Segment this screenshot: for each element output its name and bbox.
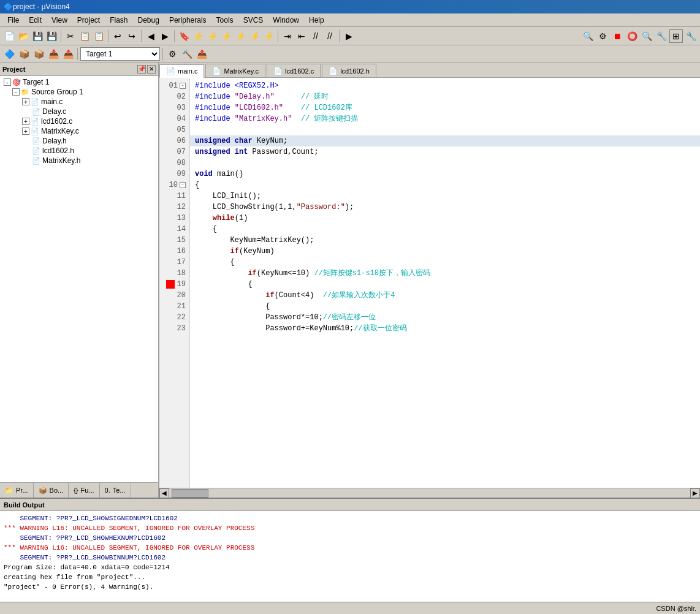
menu-tools[interactable]: Tools xyxy=(211,15,238,26)
toggle-mainc[interactable]: + xyxy=(22,98,29,105)
tmpl-tab-label: Te... xyxy=(113,487,126,494)
btn-t4[interactable]: 📥 xyxy=(47,47,60,61)
menu-project[interactable]: Project xyxy=(72,15,105,26)
h-scroll-thumb[interactable] xyxy=(172,489,208,498)
btn-t5[interactable]: 📤 xyxy=(61,47,75,61)
proj-tab-project[interactable]: 📁 Pr... xyxy=(0,483,34,498)
panel-pin-btn[interactable]: 📌 xyxy=(137,65,146,74)
indent-btn[interactable]: ⇥ xyxy=(281,29,294,43)
build-line-4: *** WARNING L16: UNCALLED SEGMENT, IGNOR… xyxy=(4,543,696,553)
toggle-group1[interactable]: - xyxy=(12,88,20,96)
target-select[interactable]: Target 1 xyxy=(80,47,160,61)
redo-btn[interactable]: ↪ xyxy=(125,29,139,43)
tree-target1[interactable]: - 🎯 Target 1 xyxy=(0,77,158,87)
tab-mainc-icon: 📄 xyxy=(166,67,175,75)
proj-tab-functions[interactable]: {} Fu... xyxy=(69,483,99,498)
layout-btn[interactable]: ⊞ xyxy=(669,29,683,43)
proj-tab-books[interactable]: 📦 Bo... xyxy=(34,483,69,498)
tree-matrixkeyh[interactable]: 📄 MatrixKey.h xyxy=(0,156,158,165)
fold-icon-10[interactable]: - xyxy=(180,182,186,188)
h-scrollbar[interactable]: ◀ ▶ xyxy=(159,488,700,498)
tree-source-group1[interactable]: - 📁 Source Group 1 xyxy=(0,87,158,97)
tab-lcd1602c[interactable]: 📄 lcd1602.c xyxy=(267,64,321,77)
comment-btn[interactable]: // xyxy=(309,29,322,43)
source-group1-label: Source Group 1 xyxy=(31,88,83,96)
toggle-matrixkey[interactable]: + xyxy=(22,127,29,135)
btn-t1[interactable]: 🔷 xyxy=(2,47,16,61)
c-file-icon-main: 📄 xyxy=(31,97,39,106)
toggle-target1[interactable]: - xyxy=(4,78,11,86)
panel-close-btn[interactable]: ✕ xyxy=(147,65,156,74)
uncomment-btn[interactable]: // xyxy=(323,29,337,43)
btn-a[interactable]: ⚡ xyxy=(191,29,205,43)
paste-btn[interactable]: 📋 xyxy=(92,29,105,43)
menu-window[interactable]: Window xyxy=(268,15,304,26)
btn-t2[interactable]: 📦 xyxy=(17,47,31,61)
menu-peripherals[interactable]: Peripherals xyxy=(164,15,211,26)
find-btn[interactable]: 🔍 xyxy=(581,29,595,43)
tree-lcd1602c[interactable]: + 📄 lcd1602.c xyxy=(0,116,158,126)
tree-lcd1602h[interactable]: 📄 lcd1602.h xyxy=(0,146,158,156)
outdent-btn[interactable]: ⇤ xyxy=(295,29,308,43)
save-btn[interactable]: 💾 xyxy=(31,29,44,43)
code-line-23: Password+=KeyNum%10;//获取一位密码 xyxy=(190,323,700,334)
btn-t7[interactable]: 📤 xyxy=(195,47,208,61)
settings-btn[interactable]: ⚙ xyxy=(596,29,609,43)
menu-flash[interactable]: Flash xyxy=(105,15,132,26)
line-num-23: 23 xyxy=(159,323,189,334)
search-btn2[interactable]: 🔍 xyxy=(640,29,653,43)
tree-mainc[interactable]: + 📄 main.c xyxy=(0,97,158,107)
wrench-btn[interactable]: 🔧 xyxy=(684,29,698,43)
save-all-btn[interactable]: 💾 xyxy=(45,29,58,43)
open-btn[interactable]: 📂 xyxy=(17,29,30,43)
menu-help[interactable]: Help xyxy=(304,15,329,26)
books-tab-label: Bo... xyxy=(50,487,64,494)
code-line-16: if(KeyNum) xyxy=(190,246,700,257)
scroll-right-btn[interactable]: ▶ xyxy=(690,488,700,498)
nav-back-btn[interactable]: ◀ xyxy=(144,29,158,43)
code-line-4: #include "MatrixKey.h" // 矩阵按键扫描 xyxy=(190,113,700,124)
group-icon: 📁 xyxy=(21,88,29,96)
cut-btn[interactable]: ✂ xyxy=(64,29,77,43)
btn-t6[interactable]: ⚙ xyxy=(165,47,179,61)
tree-delayc[interactable]: 📄 Delay.c xyxy=(0,107,158,116)
target-icon: 🎯 xyxy=(12,78,21,86)
menu-file[interactable]: File xyxy=(2,15,24,26)
build-btn[interactable]: 🔨 xyxy=(180,47,194,61)
nav-fwd-btn[interactable]: ▶ xyxy=(158,29,172,43)
config-btn[interactable]: 🔧 xyxy=(655,29,668,43)
run-btn[interactable]: ▶ xyxy=(342,29,356,43)
menu-svcs[interactable]: SVCS xyxy=(238,15,268,26)
menu-debug[interactable]: Debug xyxy=(133,15,164,26)
btn-b[interactable]: ⚡ xyxy=(205,29,219,43)
build-output-content[interactable]: SEGMENT: ?PR?_LCD_SHOWSIGNEDNUM?LCD1602 … xyxy=(0,511,700,602)
toggle-lcd1602c[interactable]: + xyxy=(22,118,29,125)
tab-matrixkey[interactable]: 📄 MatrixKey.c xyxy=(205,64,265,77)
tab-lcd1602h[interactable]: 📄 lcd1602.h xyxy=(322,64,376,77)
code-line-19: { xyxy=(190,279,700,290)
btn-c[interactable]: ⚡ xyxy=(219,29,233,43)
bookmark-btn[interactable]: 🔖 xyxy=(177,29,191,43)
code-lines[interactable]: #include <REGX52.H> #include "Delay.h" /… xyxy=(190,78,700,488)
stop-btn[interactable]: ⏹ xyxy=(611,29,624,43)
new-file-btn[interactable]: 📄 xyxy=(2,29,16,43)
menu-view[interactable]: View xyxy=(47,15,72,26)
tree-matrixkeyc[interactable]: + 📄 MatrixKey.c xyxy=(0,126,158,136)
tab-mainc-label: main.c xyxy=(178,67,197,75)
panel-title: Project xyxy=(2,66,25,73)
scroll-left-btn[interactable]: ◀ xyxy=(159,488,169,498)
fold-icon-1[interactable]: - xyxy=(180,83,186,89)
line-num-8: 08 xyxy=(159,157,189,169)
btn-f[interactable]: ⚡ xyxy=(262,29,275,43)
menu-edit[interactable]: Edit xyxy=(24,15,47,26)
undo-btn[interactable]: ↩ xyxy=(111,29,124,43)
tree-delayh[interactable]: 📄 Delay.h xyxy=(0,136,158,146)
btn-d[interactable]: ⚡ xyxy=(234,29,247,43)
proj-tab-templates[interactable]: 0. Te... xyxy=(100,483,131,498)
btn-e[interactable]: ⚡ xyxy=(248,29,261,43)
copy-btn[interactable]: 📋 xyxy=(78,29,91,43)
tab-mainc[interactable]: 📄 main.c xyxy=(159,64,204,78)
circle-btn[interactable]: ⭕ xyxy=(625,29,639,43)
code-editor[interactable]: 01- 02 03 04 05 06 07 08 09 10- 11 12 13 xyxy=(159,78,700,488)
btn-t3[interactable]: 📦 xyxy=(32,47,45,61)
